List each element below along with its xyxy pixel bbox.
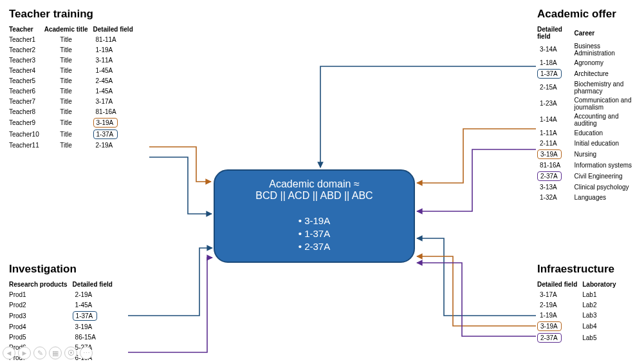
connector-line — [417, 129, 536, 183]
highlighted-code: 2-37A — [537, 333, 562, 343]
table-row: 3-13AClinical psychology — [537, 182, 644, 192]
domain-items: 3-19A1-37A2-37A — [215, 214, 414, 253]
cell-field: 2-45A — [93, 75, 138, 86]
cell-field: 1-19A — [537, 310, 582, 320]
pen-icon[interactable]: ✎ — [33, 347, 46, 359]
code: 1-32A — [537, 193, 562, 202]
col-detailed-field: Detailed field — [93, 24, 138, 34]
teacher-training-section: Teacher training Teacher Academic title … — [9, 8, 138, 150]
cell-field: 3-19A — [73, 321, 118, 332]
cell-career: Nursing — [575, 148, 644, 160]
cell-lab: Lab4 — [582, 320, 621, 332]
prev-slide-icon[interactable]: ◄ — [3, 347, 15, 359]
cell-field: 1-37A — [537, 68, 575, 79]
table-row: Teacher6Title1-45A — [9, 86, 138, 96]
code: 86-15A — [73, 333, 98, 341]
academic-offer-table: Detailed field Career 3-14ABusiness Admi… — [537, 24, 644, 202]
academic-offer-title: Academic offer — [537, 8, 644, 21]
table-row: Prod43-19A — [9, 321, 118, 332]
code: 3-11A — [93, 56, 118, 64]
code: 3-14A — [537, 45, 562, 53]
more-icon[interactable]: ⋯ — [80, 347, 93, 359]
table-row: 1-11AEducation — [537, 128, 644, 138]
cell-lab: Lab5 — [582, 332, 621, 343]
table-row: 1-19ALab3 — [537, 310, 621, 320]
table-row: 2-19ALab2 — [537, 300, 621, 310]
connector-line — [417, 256, 536, 326]
cell-title: Title — [44, 34, 93, 44]
highlighted-code: 1-37A — [537, 69, 562, 79]
highlighted-code: 1-37A — [73, 311, 97, 321]
cell-field: 2-15A — [537, 79, 575, 95]
code: 81-16A — [537, 161, 563, 169]
cell-career: Information systems — [575, 160, 644, 170]
highlighted-code: 2-37A — [537, 171, 562, 181]
highlighted-code: 3-19A — [93, 118, 118, 128]
cell-career: Initial education — [575, 138, 644, 148]
highlighted-code: 1-37A — [93, 129, 118, 139]
next-slide-icon[interactable]: ► — [18, 347, 31, 359]
table-row: 3-17ALab1 — [537, 289, 621, 300]
table-row: 81-16AInformation systems — [537, 160, 644, 170]
cell-career: Clinical psychology — [575, 182, 644, 192]
view-all-icon[interactable]: ▦ — [49, 347, 62, 359]
cell-field: 1-45A — [93, 86, 138, 96]
cell-career: Civil Engineering — [575, 170, 644, 182]
cell-title: Title — [44, 96, 93, 106]
code: 3-17A — [537, 291, 562, 299]
col-detailed-field: Detailed field — [537, 280, 582, 289]
domain-item: 1-37A — [215, 227, 414, 240]
col-detailed-field: Detailed field — [537, 24, 575, 41]
code: 3-17A — [93, 97, 118, 106]
cell-product: Prod1 — [9, 289, 73, 300]
domain-item: 2-37A — [215, 240, 414, 253]
col-career: Career — [575, 24, 644, 41]
cell-teacher: Teacher7 — [9, 96, 44, 106]
cell-title: Title — [44, 55, 93, 65]
cell-teacher: Teacher2 — [9, 44, 44, 55]
table-row: 1-18AAgronomy — [537, 57, 644, 68]
cell-field: 81-16A — [537, 160, 575, 170]
cell-field: 3-17A — [93, 96, 138, 106]
cell-title: Title — [44, 44, 93, 55]
connector-line — [417, 149, 536, 211]
slide-nav: ◄ ► ✎ ▦ ⦿ ⋯ — [3, 347, 93, 359]
cell-career: Architecture — [575, 68, 644, 79]
domain-title: Academic domain ≈ — [215, 178, 414, 190]
cell-field: 2-19A — [73, 289, 118, 300]
zoom-icon[interactable]: ⦿ — [64, 347, 77, 359]
cell-teacher: Teacher5 — [9, 75, 44, 86]
cell-field: 3-19A — [537, 320, 582, 332]
table-row: 3-19ALab4 — [537, 320, 621, 332]
table-row: Teacher7Title3-17A — [9, 96, 138, 106]
cell-teacher: Teacher9 — [9, 117, 44, 128]
cell-lab: Lab1 — [582, 289, 621, 300]
teacher-training-table: Teacher Academic title Detailed field Te… — [9, 24, 138, 150]
cell-field: 3-19A — [537, 148, 575, 160]
col-research-products: Research products — [9, 280, 73, 289]
table-row: Prod31-37A — [9, 310, 118, 321]
highlighted-code: 3-19A — [537, 149, 562, 159]
code: 2-15A — [537, 83, 562, 91]
cell-field: 1-19A — [93, 44, 138, 55]
cell-field: 3-17A — [537, 289, 582, 300]
academic-offer-section: Academic offer Detailed field Career 3-1… — [537, 8, 644, 202]
connector-line — [149, 157, 212, 214]
cell-field: 1-45A — [93, 65, 138, 75]
cell-career: Communication and journalism — [575, 95, 644, 111]
table-row: Teacher9Title3-19A — [9, 117, 138, 128]
connector-line — [320, 66, 536, 167]
code: 1-19A — [537, 311, 562, 319]
table-row: 2-15ABiochemistry and pharmacy — [537, 79, 644, 95]
cell-field: 1-11A — [537, 128, 575, 138]
col-academic-title: Academic title — [44, 24, 93, 34]
cell-career: Languages — [575, 192, 644, 202]
col-laboratory: Laboratory — [582, 280, 621, 289]
connector-line — [149, 147, 211, 182]
academic-domain-box: Academic domain ≈ BCD || ACD || ABD || A… — [214, 169, 415, 263]
table-row: Teacher8Title81-16A — [9, 106, 138, 117]
code: 1-19A — [93, 46, 118, 54]
table-row: 3-14ABusiness Administration — [537, 41, 644, 57]
code: 2-19A — [73, 291, 97, 299]
table-row: 1-14AAccounting and auditing — [537, 111, 644, 128]
